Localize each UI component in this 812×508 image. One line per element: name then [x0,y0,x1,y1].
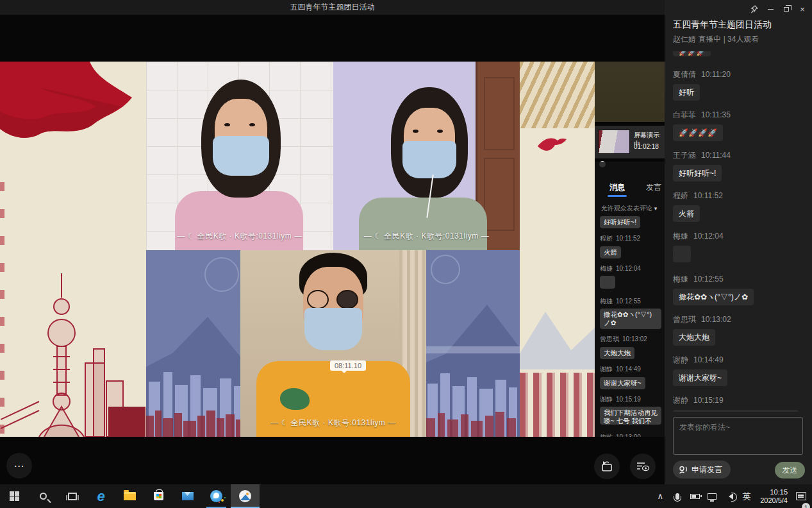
list-item: 程娇10:11:52火箭 [673,190,805,222]
message-time: 10:14:49 [616,366,641,373]
gold-pattern-art [520,62,595,128]
message-author: 谢静 [600,396,613,403]
taskbar-clock[interactable]: 10:15 2020/5/4 [759,488,789,505]
message-bubble: 大炮大炮 [673,329,715,346]
active-tab-underline [608,195,627,197]
list-item: 梅婕10:12:04 [673,231,805,265]
volume-tray-button[interactable] [724,484,734,508]
message-author: 曾思琪 [600,335,619,343]
message-author: 谢静 [673,396,688,405]
list-item: 谢静10:14:49谢谢大家呀~ [600,365,663,389]
pearl-tower-art [1,273,145,437]
allow-comments-dropdown[interactable]: 允许观众发表评论 ▾ [601,204,657,213]
message-bubble: 谢谢大家呀~ [673,369,727,386]
message-author: 曾思琪 [673,315,696,324]
send-button[interactable]: 发送 [775,462,805,478]
screen-share-status-row[interactable]: 屏幕演示中 01:02:18 [595,126,665,158]
comment-input[interactable] [673,417,803,455]
battery-tray-button[interactable] [690,484,700,508]
store-app-button[interactable] [144,484,173,508]
message-author: 梅婕 [673,275,688,284]
message-time: 10:14:49 [693,355,724,364]
screen-share-thumbnail[interactable] [598,130,630,154]
close-button[interactable]: × [797,4,808,14]
chevron-down-icon: ▾ [654,205,658,212]
task-view-button[interactable] [58,484,87,508]
message-author: 程娇 [673,191,688,200]
start-button[interactable] [0,484,29,508]
red-bird-icon [538,136,567,158]
list-item: 好听好听~! [600,216,663,228]
list-item: 梅婕10:12:04 [600,264,663,291]
meeting-app-button[interactable] [202,484,231,508]
stream-titlebar: 五四青年节主题团日活动 [0,0,665,15]
photos-app-button[interactable] [231,484,260,508]
message-time: 10:11:35 [701,110,731,119]
mail-app-button[interactable] [173,484,202,508]
list-item: 曾思琪10:13:02大炮大炮 [600,335,663,359]
speak-icon [679,465,688,475]
more-options-button[interactable]: ⋯ [6,453,32,478]
minimize-button[interactable] [765,4,776,14]
message-bubble: 🚀🚀🚀🚀 [673,124,723,141]
message-time: 10:11:52 [693,191,723,200]
rotate-screen-button[interactable] [594,453,620,479]
restore-button[interactable] [781,4,792,14]
send-label: 发送 [783,465,798,476]
notification-badge: 1 [802,503,810,508]
toggle-comments-button[interactable] [630,453,656,479]
search-button[interactable] [29,484,58,508]
list-item: 王子涵10:11:44好听好听~! [673,150,805,182]
message-time: 10:15:19 [693,396,724,405]
message-author: 夏倩倩 [673,70,696,79]
blue-city-left-art [146,250,240,437]
message-time: 10:12:04 [616,265,641,272]
tab-messages[interactable]: 消息 [609,182,625,193]
mail-icon [182,492,194,500]
list-item: 程娇10:11:52火箭 [600,234,663,258]
message-time: 10:11:52 [616,235,640,242]
pin-button[interactable] [749,4,760,14]
message-author: 梅婕 [600,265,613,272]
list-item: 谢静10:14:49谢谢大家呀~ [673,355,805,386]
ime-indicator[interactable]: 英 [742,484,752,508]
message-bubble: 好听好听~! [600,216,640,228]
list-item: 梅艺10:13:00祝大家节日快乐! [600,433,663,437]
list-item: 谢静10:15:19我们下期活动再见喽~ 七号 我们不见不散~ [673,395,805,412]
hidden-icons-button[interactable]: ∧ [655,484,665,508]
kge-watermark: — ☾ 全民K歌 · K歌号:0131liym — [333,231,520,242]
windows-logo-icon [10,491,19,501]
poster-right-art [520,62,595,437]
taskbar: e ∧ 英 10:15 2020/5/4 1 [0,484,812,508]
participant-video-2: — ☾ 全民K歌 · K歌号:0131liym — [333,62,520,250]
network-tray-button[interactable] [707,484,717,508]
edge-app-button[interactable]: e [87,484,115,508]
page-title: 五四青年节主题团日活动 [673,19,772,31]
message-bubble: 谢谢大家呀~ [600,377,645,389]
message-author: 白菲菲 [673,110,696,119]
message-author: 梅艺 [600,434,613,437]
blue-city-right-art [426,250,520,437]
comments-visibility-icon [636,461,650,472]
notification-center-button[interactable]: 1 [796,484,806,508]
message-bubble: 好听 [673,84,700,101]
message-time: 10:12:55 [693,275,724,284]
message-time: 10:13:00 [616,434,641,437]
message-time: 10:12:04 [693,232,724,241]
red-city-art [520,373,595,437]
file-explorer-button[interactable] [115,484,144,508]
participant-video-1: — ☾ 全民K歌 · K歌号:0131liym — [146,62,333,250]
message-author: 梅婕 [673,232,688,241]
edge-icon: e [97,490,104,503]
restore-icon [784,7,789,12]
message-author: 谢静 [600,366,613,373]
request-speak-button[interactable]: 申请发言 [673,461,731,478]
ime-label: 英 [743,491,751,502]
clock-date: 2020/5/4 [760,496,788,505]
notification-icon [796,492,806,500]
microphone-tray-button[interactable] [672,484,683,508]
screen-share-timer: 01:02:18 [634,142,659,151]
request-speak-label: 申请发言 [692,464,722,475]
tab-speak[interactable]: 发言 [646,182,661,193]
list-item: 谢静10:15:19我们下期活动再见喽~ 七号 我们不见不散~ [600,395,663,427]
